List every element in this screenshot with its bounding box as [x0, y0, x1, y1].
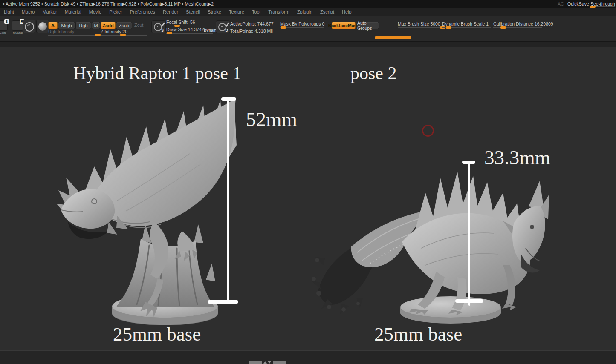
tray-handle-bar-left[interactable] — [249, 361, 262, 364]
menu-marker[interactable]: Marker — [38, 9, 61, 14]
mask-by-polygroups-slider[interactable]: Mask By Polygroups 0 — [280, 21, 324, 28]
hybrid-raptor-pose-2-model[interactable] — [310, 163, 551, 326]
menu-help[interactable]: Help — [338, 9, 356, 14]
tray-collapse-down-icon[interactable] — [268, 361, 271, 364]
ac-button: AC — [558, 0, 564, 8]
z-intensity-handle[interactable] — [120, 34, 126, 36]
draw-size-handle[interactable] — [167, 32, 172, 34]
auto-groups-button[interactable]: Auto Groups — [357, 22, 379, 29]
max-brush-size-slider[interactable]: Max Brush Size 5000 — [398, 21, 445, 28]
menu-tool[interactable]: Tool — [248, 9, 264, 14]
calibration-distance-handle[interactable] — [500, 26, 506, 29]
pose-1-title: Hybrid Raptor 1 pose 1 — [73, 63, 241, 83]
hybrid-raptor-pose-1-model[interactable] — [53, 94, 243, 326]
rgb-intensity-slider[interactable]: Rgb Intensity — [48, 29, 98, 36]
dynamic-brush-scale-handle[interactable] — [446, 26, 451, 29]
stroke-picker-button[interactable]: S — [151, 20, 166, 33]
rgb-intensity-handle[interactable] — [95, 34, 101, 36]
menu-bar: Light Macro Marker Material Movie Picker… — [0, 8, 616, 16]
focal-shift-slider[interactable]: Focal Shift -56 — [166, 20, 200, 26]
draw-size-picker-button[interactable]: D — [216, 20, 230, 33]
rotate-label: Rotate — [13, 31, 23, 34]
tray-expand-up-icon[interactable] — [263, 361, 267, 364]
tray-handle-bar-right[interactable] — [273, 361, 286, 364]
measure-1-line — [227, 99, 229, 304]
mask-by-polygroups-handle[interactable] — [281, 26, 286, 29]
texture-ring-icon — [25, 22, 34, 32]
measure-2-bottom-cap — [455, 299, 483, 303]
rgb-button[interactable]: Rgb — [75, 22, 91, 29]
material-swatch-button[interactable] — [36, 20, 49, 33]
menu-picker[interactable]: Picker — [105, 9, 126, 14]
pen-icon — [226, 22, 230, 27]
scale-label: Scale — [0, 31, 6, 34]
menu-zscript[interactable]: Zscript — [316, 9, 338, 14]
z-intensity-slider[interactable]: Z Intensity 20 — [101, 29, 147, 36]
total-points-stat: TotalPoints: 4.318 Mil — [230, 29, 273, 34]
menu-stroke[interactable]: Stroke — [204, 9, 225, 14]
see-through-track[interactable] — [590, 6, 615, 7]
menu-zplugin[interactable]: Zplugin — [293, 9, 316, 14]
quicksave-button[interactable]: QuickSave — [567, 0, 589, 8]
tray-divider-indicator[interactable] — [375, 36, 411, 39]
top-shelf: S Scale R Rotate A Mrgb Rgb M Zadd Zsub … — [0, 16, 616, 41]
zcut-button: Zcut — [134, 23, 143, 28]
menu-movie[interactable]: Movie — [85, 9, 105, 14]
zbrush-window: • Active Mem 9252 • Scratch Disk 49 • ZT… — [0, 0, 616, 364]
measure-2-line — [468, 162, 470, 306]
shelf-canvas-divider — [0, 41, 616, 47]
scale-button[interactable]: S — [0, 20, 8, 31]
red-circle-annotation — [422, 125, 434, 137]
mrgb-button[interactable]: Mrgb — [58, 22, 75, 29]
height-label-33mm: 33.3mm — [484, 146, 550, 169]
backface-mask-button[interactable]: BackfaceMask — [332, 22, 356, 29]
dynamic-brush-scale-slider[interactable]: Dynamic Brush Scale 1 — [442, 21, 491, 28]
menu-light[interactable]: Light — [0, 9, 18, 14]
see-through-slider[interactable]: See-through 0 — [590, 0, 616, 8]
document-canvas[interactable]: Hybrid Raptor 1 pose 1 pose 2 52mm 33.3m… — [0, 47, 616, 350]
menu-stencil[interactable]: Stencil — [182, 9, 204, 14]
zsub-button[interactable]: Zsub — [116, 22, 132, 29]
active-points-stat: ActivePoints: 744,677 — [230, 21, 274, 26]
menu-material[interactable]: Material — [61, 9, 85, 14]
calibration-distance-slider[interactable]: Calibration Distance 16.29809 — [493, 21, 542, 28]
a-toggle-button[interactable]: A — [48, 22, 58, 29]
memory-poly-stats: • Active Mem 9252 • Scratch Disk 49 • ZT… — [3, 0, 214, 8]
pen-icon — [161, 22, 165, 27]
pose-2-title: pose 2 — [350, 63, 397, 83]
texture-swatch-button[interactable] — [23, 20, 35, 33]
base-label-2: 25mm base — [374, 323, 462, 345]
base-label-1: 25mm base — [113, 323, 201, 345]
menu-texture[interactable]: Texture — [225, 9, 248, 14]
menu-transform[interactable]: Transform — [264, 9, 293, 14]
m-button[interactable]: M — [92, 22, 100, 29]
status-bar: • Active Mem 9252 • Scratch Disk 49 • ZT… — [0, 0, 616, 8]
zadd-button[interactable]: Zadd — [101, 22, 116, 29]
menu-macro[interactable]: Macro — [18, 9, 39, 14]
see-through-handle[interactable] — [590, 6, 596, 8]
menu-render[interactable]: Render — [159, 9, 182, 14]
material-sphere-icon — [38, 22, 47, 31]
menu-preferences[interactable]: Preferences — [126, 9, 159, 14]
scale-badge: S — [4, 19, 9, 24]
rotate-button[interactable]: R — [12, 20, 23, 31]
bottom-tray — [0, 350, 616, 364]
measure-1-bottom-cap — [208, 300, 238, 304]
height-label-52mm: 52mm — [246, 108, 297, 131]
